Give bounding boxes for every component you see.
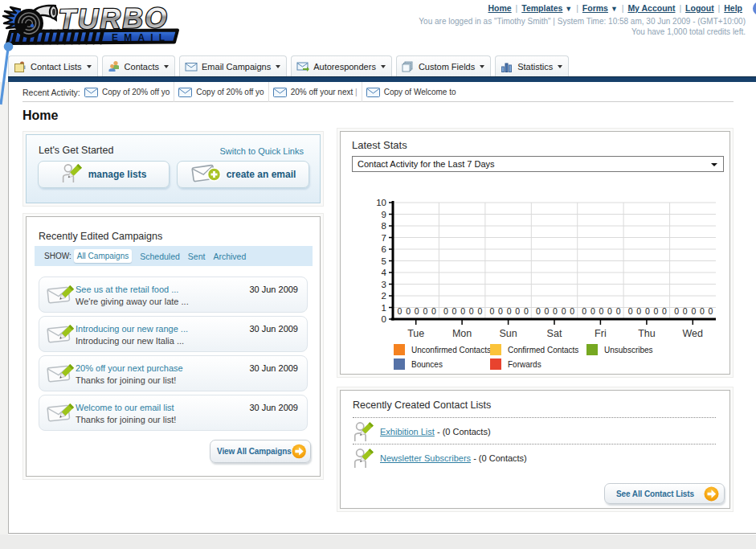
svg-text:0: 0 [691, 306, 696, 316]
svg-text:0: 0 [653, 306, 658, 316]
svg-text:0: 0 [607, 306, 612, 316]
svg-text:0: 0 [553, 306, 558, 316]
svg-text:0: 0 [431, 306, 436, 316]
svg-text:0: 0 [582, 306, 586, 316]
svg-text:0: 0 [515, 306, 520, 316]
svg-text:7: 7 [382, 233, 386, 243]
svg-text:Fri: Fri [595, 328, 607, 339]
svg-text:1: 1 [382, 303, 386, 313]
svg-text:0: 0 [709, 306, 713, 316]
svg-text:0: 0 [498, 306, 503, 316]
svg-text:0: 0 [616, 306, 621, 316]
svg-text:0: 0 [398, 306, 403, 316]
svg-text:0: 0 [662, 306, 667, 316]
svg-text:0: 0 [452, 306, 457, 316]
svg-text:0: 0 [524, 306, 529, 316]
svg-text:0: 0 [544, 306, 549, 316]
svg-text:0: 0 [469, 306, 474, 316]
svg-text:9: 9 [382, 210, 386, 219]
svg-text:Tue: Tue [407, 328, 424, 339]
svg-text:0: 0 [415, 306, 419, 316]
svg-text:6: 6 [382, 244, 386, 254]
svg-text:5: 5 [382, 256, 386, 266]
svg-text:0: 0 [700, 306, 705, 316]
svg-text:Wed: Wed [683, 328, 704, 339]
svg-text:Mon: Mon [452, 328, 472, 339]
svg-text:0: 0 [507, 306, 512, 316]
svg-text:0: 0 [628, 306, 633, 316]
svg-text:0: 0 [636, 306, 641, 316]
svg-text:0: 0 [423, 306, 427, 316]
svg-text:10: 10 [376, 198, 386, 207]
svg-text:Sun: Sun [499, 328, 517, 339]
svg-text:0: 0 [590, 306, 595, 316]
svg-text:0: 0 [406, 306, 411, 316]
svg-text:0: 0 [683, 306, 688, 316]
svg-text:Thu: Thu [638, 328, 656, 339]
svg-text:0: 0 [562, 306, 566, 316]
svg-text:0: 0 [477, 306, 482, 316]
svg-text:0: 0 [382, 314, 386, 324]
svg-text:8: 8 [382, 221, 386, 231]
svg-text:Sat: Sat [547, 328, 562, 339]
svg-text:0: 0 [599, 306, 603, 316]
svg-text:0: 0 [489, 306, 494, 316]
svg-text:4: 4 [382, 268, 387, 277]
svg-text:3: 3 [382, 280, 386, 289]
svg-text:2: 2 [382, 291, 386, 301]
svg-text:0: 0 [674, 306, 679, 316]
svg-text:0: 0 [536, 306, 541, 316]
svg-text:TURBO: TURBO [58, 2, 169, 35]
svg-text:0: 0 [460, 306, 465, 316]
svg-text:0: 0 [443, 306, 448, 316]
svg-text:0: 0 [645, 306, 650, 316]
svg-text:0: 0 [570, 306, 574, 316]
